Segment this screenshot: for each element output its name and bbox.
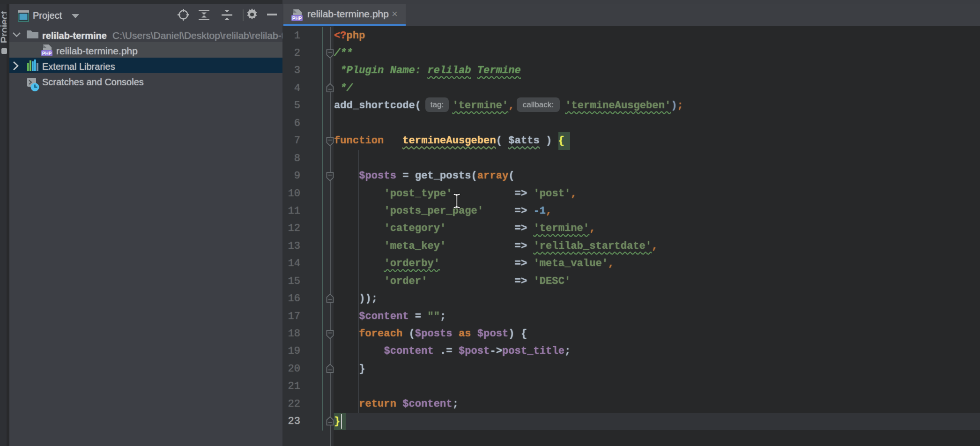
svg-text:PHP: PHP: [42, 51, 52, 56]
svg-text:PHP: PHP: [292, 16, 302, 21]
